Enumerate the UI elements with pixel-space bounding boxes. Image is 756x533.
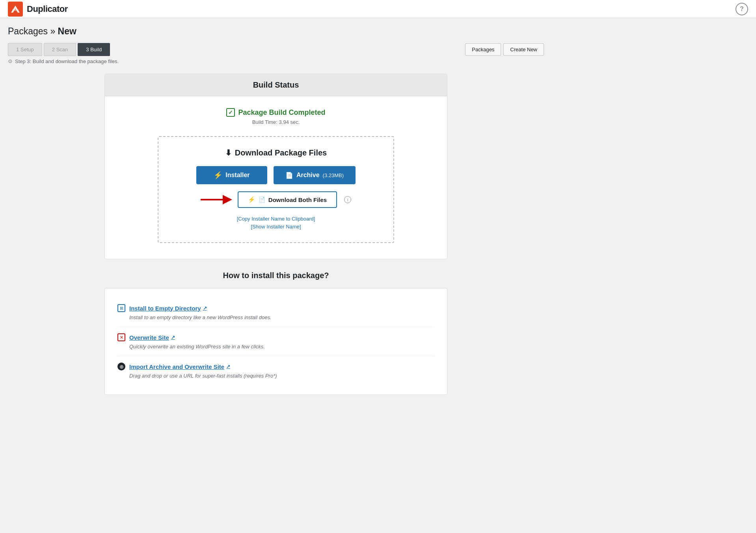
install-section: How to install this package? ⊞ Install t… [104, 271, 447, 395]
install-overwrite-link[interactable]: Overwrite Site ↗ [129, 334, 175, 341]
installer-download-button[interactable]: ⚡ Installer [196, 166, 267, 184]
step-scan-button[interactable]: 2 Scan [44, 43, 76, 56]
external-link-icon-3: ↗ [226, 364, 230, 369]
install-overwrite-desc: Quickly overwrite an existing WordPress … [117, 344, 434, 350]
archive-size: (3.23MB) [323, 172, 344, 178]
build-time: Build Time: 3.94 sec. [121, 119, 431, 125]
logo-area: Duplicator [8, 2, 68, 17]
app-header: Duplicator ? [0, 0, 756, 18]
app-title: Duplicator [27, 4, 68, 14]
install-item-empty-dir: ⊞ Install to Empty Directory ↗ Install t… [117, 298, 434, 327]
install-empty-dir-icon: ⊞ [117, 304, 125, 312]
install-section-title: How to install this package? [104, 271, 447, 280]
install-item-header-3: ⊕ Import Archive and Overwrite Site ↗ [117, 363, 434, 370]
download-both-row: ⚡ 📄 Download Both Files i [174, 191, 378, 208]
archive-download-button[interactable]: 📄 Archive (3.23MB) [274, 166, 356, 184]
install-empty-dir-link[interactable]: Install to Empty Directory ↗ [129, 305, 207, 312]
help-button[interactable]: ? [736, 3, 748, 15]
install-item-overwrite: ✕ Overwrite Site ↗ Quickly overwrite an … [117, 327, 434, 356]
wp-logo-small: ⚙ [8, 58, 13, 64]
download-section: ⬇ Download Package Files ⚡ Installer 📄 A… [158, 136, 394, 243]
main-content: Packages » New 1 Setup 2 Scan 3 Build Pa… [0, 18, 552, 411]
copy-installer-name-link[interactable]: [Copy Installer Name to Clipboard] [174, 216, 378, 222]
check-icon: ✓ [226, 108, 235, 117]
step-build-button[interactable]: 3 Build [78, 43, 110, 56]
duplicator-logo-icon [8, 2, 23, 17]
install-item-header-2: ✕ Overwrite Site ↗ [117, 333, 434, 341]
both-file-icon: 📄 [259, 196, 265, 203]
external-link-icon-1: ↗ [203, 305, 207, 311]
action-buttons: Packages Create New [465, 43, 544, 56]
install-item-header-1: ⊞ Install to Empty Directory ↗ [117, 304, 434, 312]
show-installer-name-link[interactable]: [Show Installer Name] [251, 224, 301, 230]
download-buttons-row: ⚡ Installer 📄 Archive (3.23MB) [174, 166, 378, 184]
download-icon: ⬇ [225, 148, 232, 157]
help-icon-text: ? [740, 6, 744, 13]
card-header: Build Status [105, 74, 447, 96]
install-card: ⊞ Install to Empty Directory ↗ Install t… [104, 288, 447, 395]
install-import-desc: Drag and drop or use a URL for super-fas… [117, 373, 434, 379]
install-item-import: ⊕ Import Archive and Overwrite Site ↗ Dr… [117, 356, 434, 385]
step-setup-button[interactable]: 1 Setup [8, 43, 42, 56]
steps-nav: 1 Setup 2 Scan 3 Build [8, 43, 110, 56]
step-description: ⚙ Step 3: Build and download the package… [8, 58, 544, 64]
download-both-button[interactable]: ⚡ 📄 Download Both Files [238, 191, 337, 208]
steps-row: 1 Setup 2 Scan 3 Build Packages Create N… [8, 43, 544, 56]
build-success-status: ✓ Package Build Completed [121, 108, 431, 117]
red-arrow-icon [201, 193, 232, 207]
installer-bolt-icon: ⚡ [214, 171, 222, 180]
install-import-link[interactable]: Import Archive and Overwrite Site ↗ [129, 363, 230, 370]
both-bolt-icon: ⚡ [248, 196, 255, 203]
success-text: Package Build Completed [238, 108, 325, 117]
page-title: Packages » New [8, 26, 544, 37]
install-import-icon: ⊕ [117, 363, 125, 370]
build-status-card: Build Status ✓ Package Build Completed B… [104, 74, 447, 259]
archive-file-icon: 📄 [285, 172, 293, 179]
svg-rect-3 [12, 9, 19, 11]
packages-button[interactable]: Packages [465, 43, 501, 56]
card-body: ✓ Package Build Completed Build Time: 3.… [105, 96, 447, 259]
install-empty-dir-desc: Install to an empty directory like a new… [117, 314, 434, 320]
external-link-icon-2: ↗ [171, 335, 175, 340]
download-title: ⬇ Download Package Files [174, 148, 378, 157]
svg-marker-5 [223, 195, 232, 204]
info-circle-icon[interactable]: i [344, 196, 351, 203]
create-new-button[interactable]: Create New [503, 43, 544, 56]
install-overwrite-icon: ✕ [117, 333, 125, 341]
